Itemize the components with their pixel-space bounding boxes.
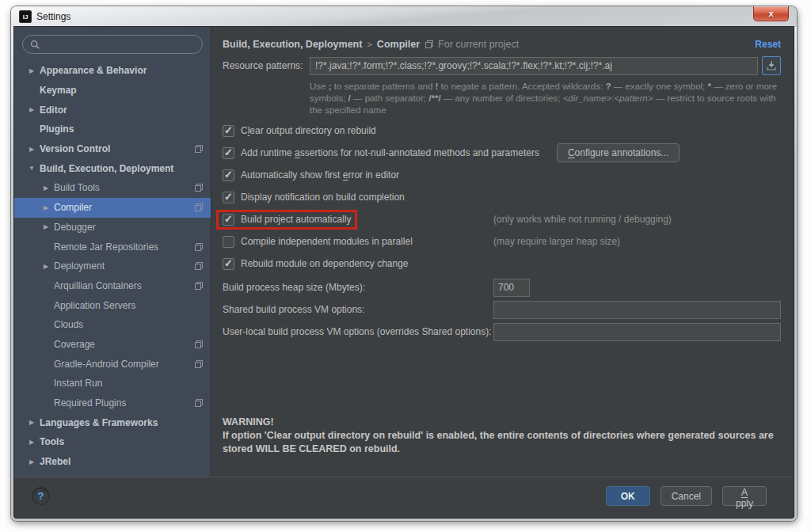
tree-toggle-icon[interactable]: ▶ bbox=[41, 184, 51, 192]
sidebar-item-deployment[interactable]: ▶ Deployment bbox=[14, 256, 211, 276]
compile-independent-modules-parallel-checkbox[interactable] bbox=[223, 236, 234, 248]
checkbox-group: Clear output directory on rebuild bbox=[216, 121, 383, 141]
sidebar-item-arquillian-containers[interactable]: Arquillian Containers bbox=[14, 276, 211, 296]
sidebar-item-tools[interactable]: ▶ Tools bbox=[14, 432, 211, 452]
tree-item-label: Build, Execution, Deployment bbox=[40, 163, 193, 174]
option-row: Compile independent modules in parallel … bbox=[223, 230, 781, 253]
mnemonic-underline: l bbox=[248, 125, 250, 136]
sidebar-item-plugins[interactable]: Plugins bbox=[14, 120, 211, 139]
checkbox-group: Display notification on build completion bbox=[216, 188, 411, 207]
sidebar-item-clouds[interactable]: Clouds bbox=[14, 315, 211, 335]
sidebar-item-keymap[interactable]: Keymap bbox=[14, 81, 211, 101]
sidebar-item-application-servers[interactable]: Application Servers bbox=[14, 295, 211, 315]
checkbox-label: Rebuild module on dependency change bbox=[241, 258, 409, 269]
mnemonic-underline: A bbox=[741, 487, 748, 498]
tree-item-label: Required Plugins bbox=[54, 397, 193, 408]
mnemonic-underline: e bbox=[343, 169, 348, 180]
build-project-automatically-checkbox[interactable] bbox=[223, 214, 234, 226]
tree-item-label: Clouds bbox=[54, 319, 193, 330]
field-row: Shared build process VM options: bbox=[223, 298, 781, 321]
sidebar-item-compiler[interactable]: ▶ Compiler bbox=[14, 198, 211, 218]
tree-item-label: Keymap bbox=[40, 85, 193, 96]
sidebar-item-gradle-android-compiler[interactable]: Gradle-Android Compiler bbox=[14, 354, 211, 374]
sidebar-item-languages-frameworks[interactable]: ▶ Languages & Frameworks bbox=[14, 412, 211, 432]
option-row: Clear output directory on rebuild bbox=[223, 120, 781, 142]
search-icon bbox=[30, 40, 40, 50]
resource-patterns-help: Use ; to separate patterns and ! to nega… bbox=[310, 81, 781, 116]
tree-item-label: Editor bbox=[40, 104, 193, 116]
tree-toggle-icon[interactable]: ▶ bbox=[27, 67, 36, 74]
tree-item-label: Compiler bbox=[54, 202, 193, 213]
footer-buttons: OK Cancel Apply bbox=[606, 486, 767, 506]
sidebar-item-debugger[interactable]: ▶ Debugger bbox=[14, 218, 211, 238]
sidebar-item-build-tools[interactable]: ▶ Build Tools bbox=[14, 178, 211, 198]
tree-item-label: Remote Jar Repositories bbox=[54, 241, 193, 253]
shared-vm-options-input[interactable] bbox=[493, 301, 781, 319]
project-scope-icon bbox=[193, 183, 204, 193]
checkbox-label: Automatically show first error in editor bbox=[241, 169, 399, 180]
search-input[interactable] bbox=[45, 38, 195, 51]
ok-button[interactable]: OK bbox=[606, 486, 650, 506]
option-row: Automatically show first error in editor bbox=[223, 164, 781, 186]
sidebar-item-build-execution-deployment[interactable]: ▼ Build, Execution, Deployment bbox=[14, 158, 211, 178]
tree-item-label: Arquillian Containers bbox=[54, 280, 193, 291]
settings-sidebar: ▶ Appearance & Behavior Keymap ▶ Editor bbox=[14, 27, 211, 477]
scope-label: For current project bbox=[438, 39, 519, 50]
project-scope-icon bbox=[193, 280, 204, 291]
tree-toggle-icon[interactable]: ▶ bbox=[27, 106, 36, 113]
checkbox-group: Automatically show first error in editor bbox=[216, 165, 406, 185]
show-first-error-checkbox[interactable] bbox=[223, 169, 234, 181]
resource-patterns-input[interactable] bbox=[310, 57, 758, 75]
title-bar[interactable]: IJ Settings x bbox=[11, 6, 797, 27]
help-text-segment: <dir_name> bbox=[563, 93, 611, 103]
mnemonic-underline: C bbox=[568, 147, 575, 158]
help-text-segment: to separate patterns and bbox=[332, 82, 436, 91]
display-notification-checkbox[interactable] bbox=[223, 192, 234, 203]
user-local-vm-options-input[interactable] bbox=[493, 323, 781, 341]
options-list: Clear output directory on rebuild Add ru… bbox=[223, 120, 781, 275]
help-text-segment: /**/ bbox=[428, 93, 440, 103]
tree-item-label: Appearance & Behavior bbox=[40, 65, 193, 76]
field-label: Build process heap size (Mbytes): bbox=[223, 282, 365, 293]
rebuild-module-on-dependency-change-checkbox[interactable] bbox=[223, 258, 234, 270]
sidebar-item-version-control[interactable]: ▶ Version Control bbox=[14, 139, 211, 159]
tree-toggle-icon[interactable]: ▶ bbox=[27, 146, 36, 153]
sidebar-item-appearance-behavior[interactable]: ▶ Appearance & Behavior bbox=[14, 61, 211, 81]
cancel-button[interactable]: Cancel bbox=[661, 486, 712, 506]
settings-tree: ▶ Appearance & Behavior Keymap ▶ Editor bbox=[14, 59, 211, 477]
clear-output-directory-checkbox[interactable] bbox=[223, 125, 234, 137]
tree-toggle-icon[interactable]: ▶ bbox=[41, 263, 51, 270]
sidebar-item-required-plugins[interactable]: Required Plugins bbox=[14, 393, 211, 413]
sidebar-item-coverage[interactable]: Coverage bbox=[14, 335, 211, 355]
add-runtime-assertions-checkbox[interactable] bbox=[223, 147, 234, 159]
heap-size-input[interactable] bbox=[493, 279, 530, 297]
help-button[interactable]: ? bbox=[32, 487, 50, 505]
help-text-segment: — path separator; bbox=[351, 93, 428, 103]
tree-toggle-icon[interactable]: ▶ bbox=[27, 419, 36, 426]
tree-toggle-icon[interactable]: ▶ bbox=[27, 458, 36, 466]
tree-toggle-icon[interactable]: ▶ bbox=[27, 439, 36, 446]
tree-item-label: JRebel bbox=[40, 456, 193, 467]
sidebar-item-instant-run[interactable]: Instant Run bbox=[14, 374, 211, 393]
configure-annotations-button[interactable]: Configure annotations... bbox=[557, 143, 680, 162]
project-scope-icon bbox=[193, 359, 204, 369]
sidebar-item-jrebel[interactable]: ▶ JRebel bbox=[14, 452, 211, 472]
tree-item-label: Gradle-Android Compiler bbox=[54, 359, 193, 370]
expand-field-icon[interactable] bbox=[762, 56, 781, 75]
close-icon[interactable]: x bbox=[753, 6, 789, 21]
tree-toggle-icon[interactable]: ▶ bbox=[41, 204, 51, 211]
project-scope-icon bbox=[193, 398, 204, 408]
dialog-footer: ? OK Cancel Apply bbox=[14, 477, 794, 518]
option-row: Add runtime assertions for not-null-anno… bbox=[223, 142, 781, 164]
tree-toggle-icon[interactable]: ▶ bbox=[41, 223, 51, 230]
search-box[interactable] bbox=[22, 35, 203, 54]
reset-link[interactable]: Reset bbox=[755, 39, 781, 50]
field-row: User-local build process VM options (ove… bbox=[223, 321, 781, 343]
sidebar-item-editor[interactable]: ▶ Editor bbox=[14, 100, 211, 120]
project-scope-icon bbox=[425, 40, 434, 49]
sidebar-item-remote-jar-repositories[interactable]: Remote Jar Repositories bbox=[14, 237, 211, 256]
tree-toggle-icon[interactable]: ▼ bbox=[27, 165, 36, 172]
tree-item-label: Application Servers bbox=[54, 300, 193, 311]
apply-button[interactable]: Apply bbox=[722, 486, 767, 506]
checkbox-label: Display notification on build completion bbox=[241, 192, 405, 203]
